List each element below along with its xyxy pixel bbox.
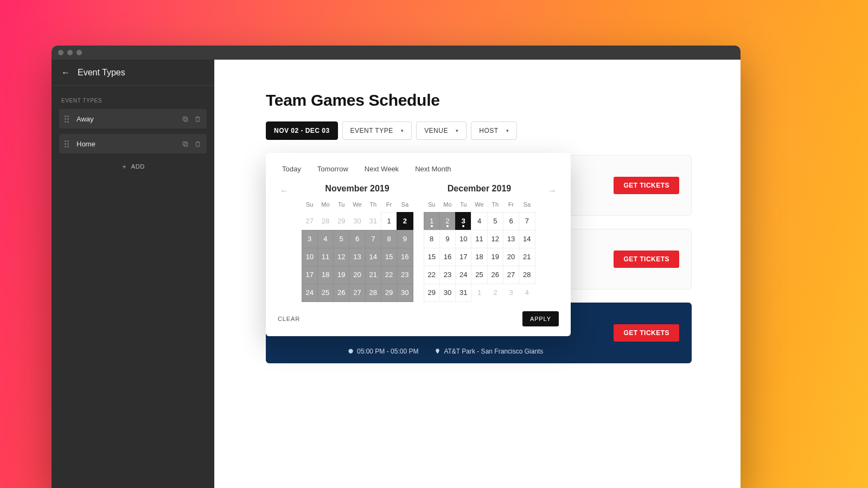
quick-next-week[interactable]: Next Week: [365, 165, 399, 173]
calendar-day[interactable]: 2: [439, 212, 456, 230]
add-event-type-button[interactable]: ＋ADD: [52, 153, 214, 180]
calendar-day[interactable]: 20: [503, 248, 519, 266]
calendar-day: 28: [317, 212, 334, 230]
sidebar-item-home[interactable]: Home: [59, 134, 207, 153]
event-venue: AT&T Park - San Francisco Giants: [435, 348, 543, 355]
calendar-day[interactable]: 19: [487, 248, 503, 266]
calendar-day[interactable]: 10: [455, 230, 471, 248]
calendar-day[interactable]: 8: [424, 230, 440, 248]
calendar-day[interactable]: 23: [439, 266, 456, 284]
calendar-day[interactable]: 9: [397, 230, 413, 248]
window-close-icon[interactable]: [58, 50, 63, 55]
calendar-day[interactable]: 1: [424, 212, 440, 230]
calendar-day[interactable]: 17: [455, 248, 471, 266]
calendar-day: 30: [349, 212, 365, 230]
calendar-day[interactable]: 24: [302, 284, 318, 302]
host-filter[interactable]: HOST ▾: [471, 121, 517, 140]
calendar-day[interactable]: 12: [333, 248, 349, 266]
date-range-filter[interactable]: NOV 02 - DEC 03: [266, 121, 338, 140]
calendar-day[interactable]: 13: [503, 230, 519, 248]
calendar-dow: We: [349, 201, 365, 212]
calendar-dow: Th: [365, 201, 381, 212]
sidebar-item-away[interactable]: Away: [59, 109, 207, 129]
calendar-day[interactable]: 30: [439, 284, 456, 302]
calendar-day[interactable]: 7: [519, 212, 535, 230]
window-maximize-icon[interactable]: [76, 50, 82, 55]
calendar-day[interactable]: 28: [365, 284, 381, 302]
calendar-day[interactable]: 13: [349, 248, 365, 266]
duplicate-icon[interactable]: [182, 115, 189, 123]
calendar-day[interactable]: 30: [397, 284, 413, 302]
calendar-day[interactable]: 18: [471, 248, 487, 266]
calendar-day[interactable]: 22: [424, 266, 440, 284]
calendar-dow: Fr: [503, 201, 519, 212]
calendar-day[interactable]: 8: [381, 230, 397, 248]
calendar-day[interactable]: 3: [455, 212, 471, 230]
calendar-day[interactable]: 4: [471, 212, 487, 230]
calendar-day[interactable]: 17: [302, 266, 318, 284]
next-month-button[interactable]: →: [546, 184, 559, 196]
calendar-day[interactable]: 1: [381, 212, 397, 230]
calendar-day[interactable]: 26: [487, 266, 503, 284]
calendar-day[interactable]: 14: [519, 230, 535, 248]
calendar-day[interactable]: 23: [397, 266, 413, 284]
calendar-day[interactable]: 2: [397, 212, 413, 230]
calendar-day[interactable]: 19: [333, 266, 349, 284]
calendar-dow: Fr: [381, 201, 397, 212]
calendar-day[interactable]: 28: [519, 266, 535, 284]
calendar-day[interactable]: 14: [365, 248, 381, 266]
prev-month-button[interactable]: ←: [278, 184, 291, 196]
calendar-day[interactable]: 5: [487, 212, 503, 230]
trash-icon[interactable]: [194, 115, 201, 123]
calendar-dow: Tu: [334, 201, 349, 212]
event-type-filter[interactable]: EVENT TYPE ▾: [342, 121, 412, 140]
apply-button[interactable]: APPLY: [522, 311, 559, 326]
calendar-day[interactable]: 26: [333, 284, 349, 302]
clear-button[interactable]: CLEAR: [278, 316, 300, 322]
calendar-day[interactable]: 29: [381, 284, 397, 302]
calendar-day[interactable]: 22: [381, 266, 397, 284]
calendar-day[interactable]: 25: [471, 266, 487, 284]
calendar-day[interactable]: 25: [317, 284, 334, 302]
calendar-day[interactable]: 18: [317, 266, 334, 284]
drag-handle-icon[interactable]: [65, 115, 71, 123]
calendar-day[interactable]: 24: [455, 266, 471, 284]
trash-icon[interactable]: [194, 140, 201, 147]
calendar-day[interactable]: 27: [503, 266, 519, 284]
sidebar: ← Event Types EVENT TYPES Away: [52, 60, 214, 488]
duplicate-icon[interactable]: [182, 140, 189, 147]
get-tickets-button[interactable]: GET TICKETS: [614, 324, 679, 342]
calendar-day[interactable]: 16: [397, 248, 413, 266]
calendar-day[interactable]: 29: [424, 284, 440, 302]
drag-handle-icon[interactable]: [65, 140, 71, 147]
calendar-day[interactable]: 21: [365, 266, 381, 284]
venue-filter[interactable]: VENUE ▾: [416, 121, 467, 140]
get-tickets-button[interactable]: GET TICKETS: [614, 177, 679, 194]
calendar-day[interactable]: 15: [381, 248, 397, 266]
chevron-down-icon: ▾: [456, 128, 458, 133]
calendar-day[interactable]: 11: [317, 248, 334, 266]
calendar-day[interactable]: 4: [317, 230, 334, 248]
calendar-day[interactable]: 7: [365, 230, 381, 248]
quick-next-month[interactable]: Next Month: [415, 165, 451, 173]
calendar-day[interactable]: 31: [455, 284, 471, 302]
calendar-day[interactable]: 3: [302, 230, 318, 248]
calendar-day[interactable]: 5: [333, 230, 349, 248]
calendar-day[interactable]: 21: [519, 248, 535, 266]
get-tickets-button[interactable]: GET TICKETS: [614, 251, 679, 268]
window-minimize-icon[interactable]: [67, 50, 73, 55]
quick-today[interactable]: Today: [282, 165, 301, 173]
calendar-day[interactable]: 10: [302, 248, 318, 266]
quick-tomorrow[interactable]: Tomorrow: [317, 165, 348, 173]
calendar-day[interactable]: 11: [471, 230, 487, 248]
calendar-day[interactable]: 15: [424, 248, 440, 266]
calendar-day[interactable]: 20: [349, 266, 365, 284]
calendar-day[interactable]: 16: [439, 248, 456, 266]
calendar-day[interactable]: 6: [349, 230, 365, 248]
calendar-day[interactable]: 27: [349, 284, 365, 302]
calendar-day[interactable]: 12: [487, 230, 503, 248]
calendar-day[interactable]: 9: [439, 230, 456, 248]
sidebar-header: ← Event Types: [52, 60, 214, 86]
calendar-day[interactable]: 6: [503, 212, 519, 230]
back-arrow-icon[interactable]: ←: [61, 68, 70, 78]
